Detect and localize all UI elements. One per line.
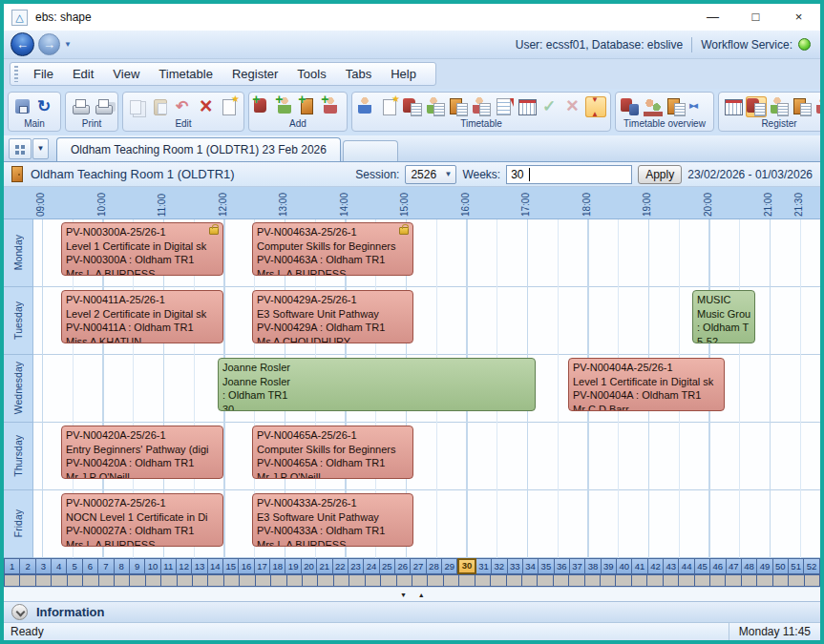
week-cell-26[interactable]: 26: [395, 558, 411, 574]
week-cell-24[interactable]: 24: [364, 558, 379, 574]
week-cell-11[interactable]: 11: [161, 558, 177, 574]
week-cell-10[interactable]: 10: [145, 558, 160, 574]
delete-icon[interactable]: [196, 96, 217, 117]
week-cell-32[interactable]: 32: [492, 558, 507, 574]
print-icon[interactable]: [70, 96, 91, 117]
week-cell-35[interactable]: 35: [539, 558, 554, 574]
staff-overview-icon[interactable]: [643, 96, 664, 117]
register-calendar-icon[interactable]: [723, 96, 744, 117]
week-cell-31[interactable]: 31: [476, 558, 492, 574]
discard-icon[interactable]: [562, 96, 583, 117]
event-block[interactable]: Joanne RoslerJoanne Rosler : Oldham TR13…: [218, 358, 536, 411]
week-cell-29[interactable]: 29: [442, 558, 457, 574]
nav-history-dropdown-icon[interactable]: ▼: [64, 40, 72, 49]
menu-item-tabs[interactable]: Tabs: [336, 64, 381, 84]
week-cell-6[interactable]: 6: [83, 558, 98, 574]
week-cell-42[interactable]: 42: [648, 558, 664, 574]
week-cell-34[interactable]: 34: [523, 558, 539, 574]
event-block[interactable]: PV-N00404A-25/26-1Level 1 Certificate in…: [568, 358, 725, 411]
week-cell-21[interactable]: 21: [317, 558, 332, 574]
tab-stub[interactable]: [343, 140, 398, 161]
student-timetable-icon[interactable]: [425, 96, 446, 117]
week-cell-51[interactable]: 51: [789, 558, 804, 574]
week-cell-19[interactable]: 19: [285, 558, 301, 574]
event-block[interactable]: PV-N00420A-25/26-1Entry Beginners' Pathw…: [61, 426, 223, 479]
save-icon[interactable]: [12, 96, 33, 117]
event-block[interactable]: PV-N00429A-25/26-1E3 Software Unit Pathw…: [252, 290, 413, 343]
confirm-icon[interactable]: [539, 96, 560, 117]
menu-item-tools[interactable]: Tools: [287, 64, 335, 84]
menu-item-timetable[interactable]: Timetable: [149, 64, 222, 84]
copy-icon[interactable]: [127, 96, 148, 117]
paste-append-icon[interactable]: [219, 96, 240, 117]
week-cell-28[interactable]: 28: [427, 558, 442, 574]
week-cell-22[interactable]: 22: [333, 558, 349, 574]
event-block[interactable]: PV-N00300A-25/26-1Level 1 Certificate in…: [61, 222, 223, 276]
staff-register-icon[interactable]: [814, 96, 820, 117]
add-register-icon[interactable]: +: [299, 96, 320, 117]
tab-list-dropdown[interactable]: ▼: [32, 138, 49, 159]
student-icon[interactable]: [356, 96, 377, 117]
menu-item-view[interactable]: View: [103, 64, 149, 84]
week-cell-44[interactable]: 44: [679, 558, 694, 574]
menu-item-register[interactable]: Register: [222, 64, 287, 84]
week-cell-38[interactable]: 38: [585, 558, 601, 574]
tab-layout-button[interactable]: [9, 138, 32, 159]
collapse-columns-icon[interactable]: [688, 96, 709, 117]
week-cell-36[interactable]: 36: [555, 558, 570, 574]
week-cell-20[interactable]: 20: [302, 558, 317, 574]
week-cell-15[interactable]: 15: [223, 558, 239, 574]
week-cell-30[interactable]: 30: [457, 558, 475, 574]
week-cell-12[interactable]: 12: [177, 558, 192, 574]
student-register-icon[interactable]: [769, 96, 790, 117]
week-cell-7[interactable]: 7: [98, 558, 114, 574]
undo-icon[interactable]: [173, 96, 194, 117]
refresh-icon[interactable]: [35, 96, 56, 117]
event-block[interactable]: PV-N00411A-25/26-1Level 2 Certificate in…: [61, 290, 223, 343]
week-cell-50[interactable]: 50: [773, 558, 789, 574]
event-block[interactable]: PV-N00463A-25/26-1Computer Skills for Be…: [252, 222, 413, 276]
apply-button[interactable]: Apply: [638, 165, 682, 184]
week-cell-46[interactable]: 46: [710, 558, 726, 574]
menu-item-file[interactable]: File: [24, 64, 63, 84]
week-cell-3[interactable]: 3: [36, 558, 52, 574]
week-cell-2[interactable]: 2: [20, 558, 35, 574]
week-cell-23[interactable]: 23: [349, 558, 364, 574]
week-cell-17[interactable]: 17: [255, 558, 270, 574]
week-cell-47[interactable]: 47: [727, 558, 742, 574]
add-student-icon[interactable]: +: [276, 96, 297, 117]
close-button[interactable]: ×: [777, 5, 820, 30]
menu-item-edit[interactable]: Edit: [63, 64, 103, 84]
week-cell-33[interactable]: 33: [508, 558, 523, 574]
information-collapse-button[interactable]: [11, 604, 28, 620]
staff-timetable-icon[interactable]: [471, 96, 492, 117]
event-block[interactable]: PV-N00465A-25/26-1Computer Skills for Be…: [252, 426, 413, 479]
event-block[interactable]: PV-N00433A-25/26-1E3 Software Unit Pathw…: [252, 493, 413, 547]
minimize-button[interactable]: —: [691, 5, 734, 30]
week-cell-43[interactable]: 43: [664, 558, 679, 574]
week-cell-37[interactable]: 37: [570, 558, 585, 574]
grid-area[interactable]: PV-N00300A-25/26-1Level 1 Certificate in…: [33, 219, 820, 558]
room-register-icon[interactable]: [792, 96, 813, 117]
week-cell-40[interactable]: 40: [617, 558, 632, 574]
split-view-icon[interactable]: [585, 96, 606, 117]
course-overview-icon[interactable]: [620, 96, 641, 117]
splitter-toggle-icon[interactable]: ▼ ▲: [400, 592, 430, 598]
new-timetable-icon[interactable]: [379, 96, 400, 117]
week-cell-16[interactable]: 16: [239, 558, 254, 574]
session-select[interactable]: 2526 ▼: [405, 165, 456, 184]
add-course-icon[interactable]: +: [253, 96, 274, 117]
week-cell-8[interactable]: 8: [115, 558, 130, 574]
week-cell-13[interactable]: 13: [192, 558, 207, 574]
menu-item-help[interactable]: Help: [381, 64, 426, 84]
add-staff-icon[interactable]: +: [322, 96, 343, 117]
event-block[interactable]: PV-N00027A-25/26-1NOCN Level 1 Certifica…: [61, 493, 223, 547]
weeks-input[interactable]: [506, 165, 632, 184]
week-cell-45[interactable]: 45: [695, 558, 710, 574]
week-cell-5[interactable]: 5: [67, 558, 82, 574]
week-cell-25[interactable]: 25: [380, 558, 395, 574]
week-cell-49[interactable]: 49: [757, 558, 772, 574]
room-overview-icon[interactable]: [666, 96, 687, 117]
room-timetable-icon[interactable]: [448, 96, 469, 117]
week-cell-41[interactable]: 41: [632, 558, 647, 574]
